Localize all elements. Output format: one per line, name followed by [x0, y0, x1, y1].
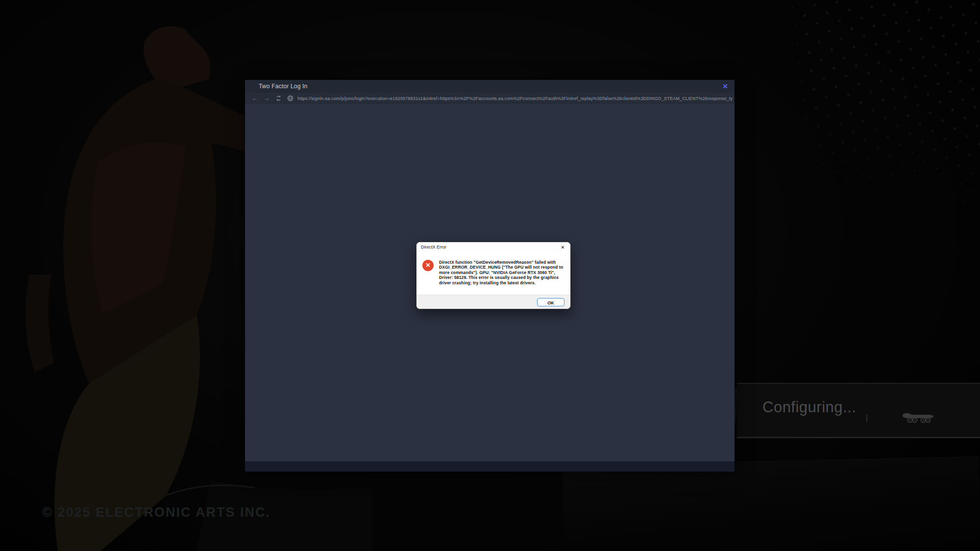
dialog-footer: OK — [416, 295, 570, 309]
separator-tick — [866, 414, 867, 422]
back-icon[interactable]: ← — [251, 95, 258, 102]
dialog-body: ✕ DirectX function "GetDeviceRemovedReas… — [416, 253, 570, 295]
browser-titlebar[interactable]: Two Factor Log In ✕ — [245, 80, 735, 93]
url-address-text[interactable]: https://signin.ea.com/p/juno/login?execu… — [297, 96, 735, 101]
browser-close-button[interactable]: ✕ — [721, 82, 730, 91]
forward-icon[interactable]: → — [263, 95, 270, 102]
browser-navbar: ← → https://signin.ea.com/p/juno/login?e… — [245, 93, 735, 104]
browser-footer-bar — [245, 461, 735, 472]
dot-pattern-texture — [790, 0, 980, 223]
directx-error-dialog: DirectX Error ✕ ✕ DirectX function "GetD… — [416, 242, 571, 309]
dialog-title: DirectX Error — [421, 245, 446, 250]
reload-icon[interactable] — [275, 95, 282, 102]
error-icon: ✕ — [422, 260, 434, 271]
configuring-panel: Configuring... — [737, 383, 980, 438]
dialog-close-icon[interactable]: ✕ — [559, 244, 566, 251]
globe-icon — [287, 95, 294, 102]
copyright-text: © 2025 ELECTRONIC ARTS INC. — [42, 505, 270, 520]
dialog-titlebar[interactable]: DirectX Error ✕ — [416, 242, 570, 253]
browser-window-title: Two Factor Log In — [259, 83, 307, 90]
skateboard-icon — [902, 411, 936, 424]
error-message-text: DirectX function "GetDeviceRemovedReason… — [439, 260, 564, 285]
ok-button[interactable]: OK — [537, 298, 564, 306]
configuring-status-text: Configuring... — [762, 399, 856, 416]
